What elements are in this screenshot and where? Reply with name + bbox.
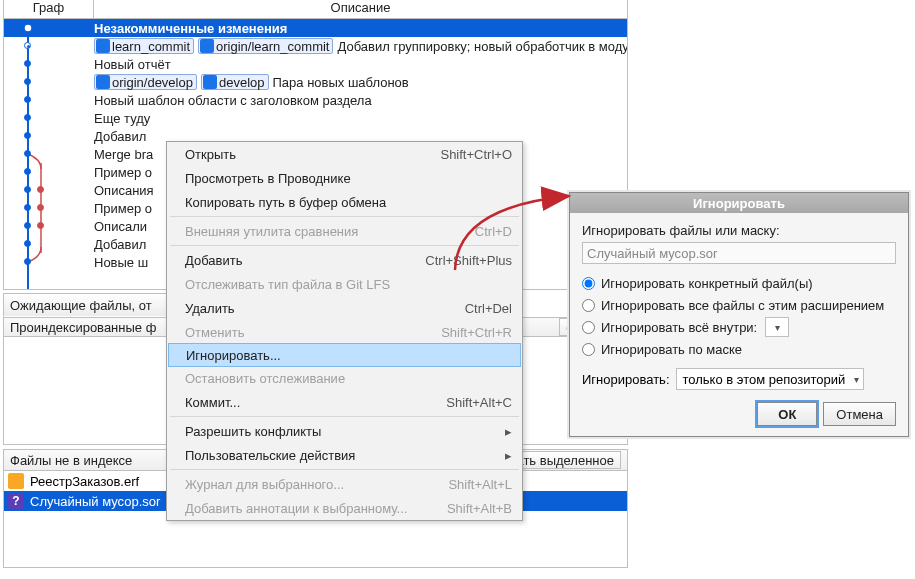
radio-extension[interactable]: Игнорировать все файлы с этим расширение… — [582, 294, 896, 316]
branch-icon — [96, 39, 110, 53]
commit-message: Описания — [94, 183, 154, 198]
file-context-menu: ОткрытьShift+Ctrl+OПросмотреть в Проводн… — [166, 141, 523, 521]
branch-tag[interactable]: learn_commit — [94, 38, 194, 54]
unknown-file-icon: ? — [8, 493, 24, 509]
menu-item[interactable]: Пользовательские действия▸ — [167, 443, 522, 467]
commit-row[interactable]: Новый отчёт — [4, 55, 627, 73]
menu-item-label: Копировать путь в буфер обмена — [185, 195, 386, 210]
branch-tag[interactable]: develop — [201, 74, 269, 90]
menu-item-label: Отменить — [185, 325, 244, 340]
branch-icon — [96, 75, 110, 89]
menu-item-shortcut: Shift+Alt+L — [448, 477, 512, 492]
radio-inside-control[interactable] — [582, 321, 595, 334]
menu-item-label: Разрешить конфликты — [185, 424, 321, 439]
menu-item[interactable]: Коммит...Shift+Alt+C — [167, 390, 522, 414]
radio-specific-file-control[interactable] — [582, 277, 595, 290]
menu-item[interactable]: ОткрытьShift+Ctrl+O — [167, 142, 522, 166]
unstaged-action-button[interactable]: ать выделенное — [509, 451, 621, 469]
menu-item-shortcut: Shift+Ctrl+O — [440, 147, 512, 162]
radio-extension-label: Игнорировать все файлы с этим расширение… — [601, 298, 884, 313]
menu-item[interactable]: Игнорировать... — [168, 343, 521, 367]
menu-item: Остановить отслеживание — [167, 366, 522, 390]
cancel-button[interactable]: Отмена — [823, 402, 896, 426]
commit-row[interactable]: learn_commitorigin/learn_commitДобавил г… — [4, 37, 627, 55]
menu-item-label: Внешняя утилита сравнения — [185, 224, 358, 239]
menu-item-label: Остановить отслеживание — [185, 371, 345, 386]
commit-message: Пример о — [94, 165, 152, 180]
radio-mask-control[interactable] — [582, 343, 595, 356]
commit-message: Новые ш — [94, 255, 148, 270]
menu-item-label: Журнал для выбранного... — [185, 477, 344, 492]
commit-message: Описали — [94, 219, 147, 234]
radio-extension-control[interactable] — [582, 299, 595, 312]
menu-item-label: Отслеживать тип файла в Git LFS — [185, 277, 390, 292]
scope-label: Игнорировать: — [582, 372, 670, 387]
menu-item-shortcut: Shift+Ctrl+R — [441, 325, 512, 340]
uncommitted-label: Незакоммиченные изменения — [94, 21, 287, 36]
ignore-dialog: Игнорировать Игнорировать файлы или маск… — [569, 192, 909, 437]
menu-item[interactable]: УдалитьCtrl+Del — [167, 296, 522, 320]
branch-tag-label: origin/develop — [112, 75, 193, 90]
menu-item-label: Просмотреть в Проводнике — [185, 171, 351, 186]
branch-tag-label: learn_commit — [112, 39, 190, 54]
menu-item[interactable]: Просмотреть в Проводнике — [167, 166, 522, 190]
file-name: Случайный мусор.sor — [30, 494, 160, 509]
branch-icon — [203, 75, 217, 89]
menu-item: Внешняя утилита сравненияCtrl+D — [167, 219, 522, 243]
menu-item-shortcut: Ctrl+Shift+Plus — [425, 253, 512, 268]
commit-message: Новый отчёт — [94, 57, 171, 72]
radio-mask-label: Игнорировать по маске — [601, 342, 742, 357]
menu-item: Добавить аннотации к выбранному...Shift+… — [167, 496, 522, 520]
commit-message: Merge bra — [94, 147, 153, 162]
menu-item-shortcut: Ctrl+Del — [465, 301, 512, 316]
menu-separator — [170, 216, 519, 217]
ok-button[interactable]: ОК — [757, 402, 817, 426]
commit-row[interactable]: origin/developdevelopПара новых шаблонов — [4, 73, 627, 91]
pending-files-tab[interactable]: Ожидающие файлы, от — [3, 293, 188, 317]
folder-picker-dropdown[interactable] — [765, 317, 789, 337]
menu-item[interactable]: Копировать путь в буфер обмена — [167, 190, 522, 214]
header-graph: Граф — [4, 0, 94, 18]
menu-item-label: Коммит... — [185, 395, 240, 410]
dialog-title: Игнорировать — [570, 193, 908, 213]
branch-icon — [200, 39, 214, 53]
menu-item: ОтменитьShift+Ctrl+R — [167, 320, 522, 344]
menu-separator — [170, 416, 519, 417]
radio-inside[interactable]: Игнорировать всё внутри: — [582, 316, 896, 338]
menu-separator — [170, 245, 519, 246]
menu-item-label: Добавить — [185, 253, 242, 268]
branch-tag[interactable]: origin/develop — [94, 74, 197, 90]
menu-item[interactable]: ДобавитьCtrl+Shift+Plus — [167, 248, 522, 272]
radio-mask[interactable]: Игнорировать по маске — [582, 338, 896, 360]
header-desc: Описание — [94, 0, 627, 18]
branch-tag[interactable]: origin/learn_commit — [198, 38, 333, 54]
radio-inside-label: Игнорировать всё внутри: — [601, 320, 757, 335]
commit-uncommitted[interactable]: Незакоммиченные изменения — [4, 19, 627, 37]
menu-item-label: Пользовательские действия — [185, 448, 355, 463]
menu-item[interactable]: Разрешить конфликты▸ — [167, 419, 522, 443]
submenu-chevron-icon: ▸ — [505, 448, 512, 463]
menu-item-shortcut: Shift+Alt+B — [447, 501, 512, 516]
ignore-pattern-input[interactable] — [582, 242, 896, 264]
menu-separator — [170, 469, 519, 470]
menu-item-shortcut: Shift+Alt+C — [446, 395, 512, 410]
scope-select[interactable]: только в этом репозиторий — [676, 368, 865, 390]
menu-item: Журнал для выбранного...Shift+Alt+L — [167, 472, 522, 496]
commit-message: Добавил группировку; новый обработчик в … — [337, 39, 627, 54]
submenu-chevron-icon: ▸ — [505, 424, 512, 439]
log-header: Граф Описание — [4, 0, 627, 19]
commit-message: Добавил — [94, 129, 146, 144]
ignore-label: Игнорировать файлы или маску: — [582, 223, 896, 238]
commit-row[interactable]: Еще туду — [4, 109, 627, 127]
menu-item-label: Добавить аннотации к выбранному... — [185, 501, 407, 516]
file-name: РеестрЗаказов.erf — [30, 474, 139, 489]
menu-item-shortcut: Ctrl+D — [475, 224, 512, 239]
commit-message: Пара новых шаблонов — [273, 75, 409, 90]
radio-specific-file[interactable]: Игнорировать конкретный файл(ы) — [582, 272, 896, 294]
branch-tag-label: develop — [219, 75, 265, 90]
commit-row[interactable]: Новый шаблон области с заголовком раздел… — [4, 91, 627, 109]
modified-file-icon — [8, 473, 24, 489]
staged-label: Проиндексированные ф — [10, 320, 156, 335]
radio-specific-file-label: Игнорировать конкретный файл(ы) — [601, 276, 813, 291]
menu-item-label: Удалить — [185, 301, 235, 316]
